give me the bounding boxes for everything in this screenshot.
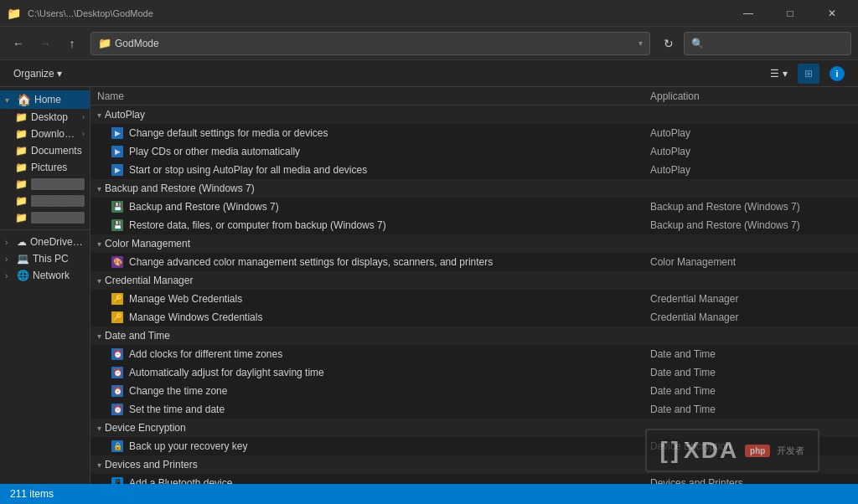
folder-icon: 📁 [15,145,28,157]
autoplay-icon: ▶ [111,127,123,139]
sidebar-item-desktop[interactable]: 📁 Desktop › [0,109,90,126]
backup-icon: 💾 [111,219,123,231]
devices-icon: 📱 [111,477,123,484]
forward-button[interactable]: → [34,32,57,55]
status-bar: 211 items [0,484,858,504]
folder-icon: 📁 [15,178,28,190]
section-chevron-color: ▾ [97,239,101,249]
list-item[interactable]: ⏰ Add clocks for different time zones Da… [90,345,858,363]
blurred-label-3: ████ [31,212,85,224]
layout-button[interactable]: ⊞ [798,64,819,84]
folder-icon: 📁 [15,195,28,207]
list-item[interactable]: ▶ Play CDs or other media automatically … [90,142,858,161]
app-column-header[interactable]: Application [650,90,851,102]
sidebar-item-blurred2[interactable]: 📁 ████████ [0,193,90,209]
color-icon: 🎨 [111,256,123,268]
list-item[interactable]: 📱 Add a Bluetooth device Devices and Pri… [90,474,858,484]
info-button[interactable]: i [823,64,851,84]
toolbar: ← → ↑ 📁 GodMode ▾ ↻ 🔍 [0,27,858,60]
sidebar: ▾ 🏠 Home 📁 Desktop › 📁 Downloads › 📁 Doc… [0,87,90,484]
sidebar-item-blurred3[interactable]: 📁 ████ [0,209,90,226]
list-item[interactable]: 🔒 Back up your recovery key Device Encry… [90,437,858,455]
section-datetime[interactable]: ▾ Date and Time [90,327,858,345]
organize-button[interactable]: Organize ▾ [7,64,69,84]
expand-icon: › [5,271,13,280]
search-icon: 🔍 [691,38,704,49]
list-item[interactable]: ⏰ Set the time and date Date and Time [90,400,858,419]
list-item[interactable]: 🔑 Manage Web Credentials Credential Mana… [90,290,858,308]
section-chevron-deviceenc: ▾ [97,424,101,433]
list-header: Name Application [90,87,858,105]
network-icon: 🌐 [17,270,29,281]
item-icon: 🔑 [111,311,124,324]
datetime-icon: ⏰ [111,348,123,360]
datetime-icon: ⏰ [111,367,123,378]
list-item[interactable]: ⏰ Automatically adjust for daylight savi… [90,363,858,382]
sidebar-item-pictures[interactable]: 📁 Pictures [0,159,90,176]
content-area: Name Application ▾ AutoPlay ▶ Change def… [90,87,858,484]
arrow-icon: › [82,130,85,138]
address-text: GodMode [115,38,638,49]
section-credential[interactable]: ▾ Credential Manager [90,271,858,290]
section-backup[interactable]: ▾ Backup and Restore (Windows 7) [90,179,858,198]
sidebar-item-thispc[interactable]: › 💻 This PC [0,250,90,267]
refresh-button[interactable]: ↻ [657,32,680,55]
section-devices[interactable]: ▾ Devices and Printers [90,455,858,474]
sidebar-item-onedrive[interactable]: › ☁ OneDrive - Personal [0,234,90,250]
list-item[interactable]: 🎨 Change advanced color management setti… [90,253,858,271]
view-dropdown-icon: ▾ [783,68,788,80]
info-icon: i [830,66,845,81]
layout-icon: ⊞ [804,68,813,80]
section-deviceenc[interactable]: ▾ Device Encryption [90,419,858,437]
list-item[interactable]: 🔑 Manage Windows Credentials Credential … [90,308,858,327]
folder-icon: 📁 [15,128,28,140]
sidebar-item-home[interactable]: ▾ 🏠 Home [0,90,90,109]
autoplay-icon: ▶ [111,146,123,157]
main-layout: ▾ 🏠 Home 📁 Desktop › 📁 Downloads › 📁 Doc… [0,87,858,484]
address-bar[interactable]: 📁 GodMode ▾ [90,32,650,55]
item-icon: 🔒 [111,440,124,453]
back-button[interactable]: ← [7,32,30,55]
sidebar-item-blurred1[interactable]: 📁 ████████ [0,176,90,193]
app-icon: 📁 [7,7,21,20]
expand-icon: ▾ [5,95,13,105]
item-icon: ▶ [111,163,124,177]
backup-icon: 💾 [111,201,123,213]
title-bar: 📁 C:\Users\...\Desktop\GodMode — □ ✕ [0,0,858,27]
list-item[interactable]: ▶ Start or stop using AutoPlay for all m… [90,161,858,179]
home-icon: 🏠 [17,93,31,106]
list-item[interactable]: ▶ Change default settings for media or d… [90,124,858,142]
address-dropdown-icon[interactable]: ▾ [638,39,643,48]
pc-icon: 💻 [17,253,29,265]
name-column-header[interactable]: Name [97,90,650,102]
datetime-icon: ⏰ [111,385,123,397]
section-autoplay[interactable]: ▾ AutoPlay [90,105,858,124]
close-button[interactable]: ✕ [813,0,851,27]
item-icon: ⏰ [111,403,124,416]
list-item[interactable]: ⏰ Change the time zone Date and Time [90,382,858,400]
maximize-button[interactable]: □ [771,0,809,27]
search-bar[interactable]: 🔍 [684,32,851,55]
command-bar: Organize ▾ ☰ ▾ ⊞ i [0,60,858,87]
item-icon: ⏰ [111,347,124,361]
arrow-icon: › [82,113,85,121]
item-icon: 📱 [111,476,124,484]
item-count: 211 items [10,488,54,500]
list-item[interactable]: 💾 Backup and Restore (Windows 7) Backup … [90,198,858,216]
credential-icon: 🔑 [111,311,123,323]
list-item[interactable]: 💾 Restore data, files, or computer from … [90,216,858,234]
item-icon: 🔑 [111,292,124,306]
autoplay-icon: ▶ [111,164,123,176]
view-button[interactable]: ☰ ▾ [763,64,794,84]
sidebar-item-documents[interactable]: 📁 Documents [0,142,90,159]
folder-icon: 📁 [98,37,111,49]
section-chevron-credential: ▾ [97,276,101,285]
up-button[interactable]: ↑ [60,32,84,55]
sidebar-item-network[interactable]: › 🌐 Network [0,267,90,284]
minimize-button[interactable]: — [729,0,768,27]
sidebar-item-downloads[interactable]: 📁 Downloads › [0,126,90,142]
item-icon: 💾 [111,200,124,213]
section-chevron-autoplay: ▾ [97,111,101,120]
folder-icon: 📁 [15,111,28,123]
section-color[interactable]: ▾ Color Management [90,234,858,253]
